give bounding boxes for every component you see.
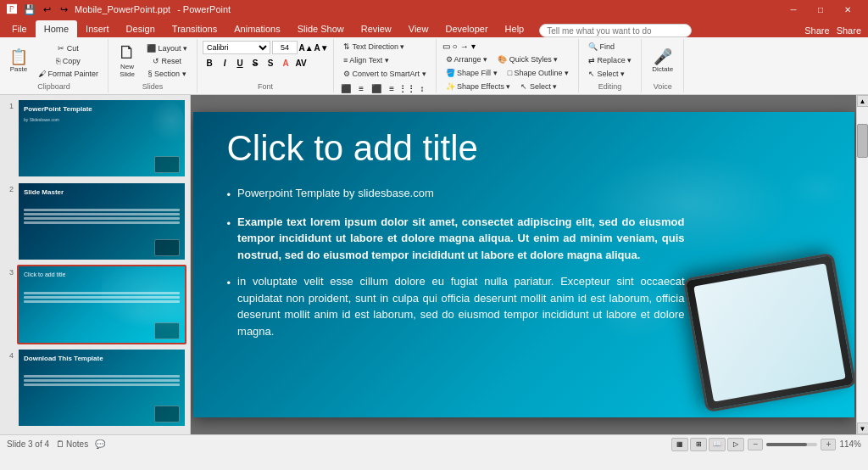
drawing-row3: 🪣 Shape Fill ▾ □ Shape Outline ▾ bbox=[442, 67, 574, 79]
shape-more[interactable]: ▾ bbox=[471, 42, 476, 51]
notes-icon: 🗒 bbox=[56, 439, 64, 449]
slides-label: Slides bbox=[142, 81, 164, 91]
shape-outline-button[interactable]: □ Shape Outline ▾ bbox=[504, 67, 573, 79]
character-spacing-button[interactable]: AV bbox=[294, 56, 308, 70]
zoom-slider[interactable] bbox=[766, 443, 817, 446]
underline-button[interactable]: U bbox=[233, 56, 247, 70]
scroll-down-arrow[interactable]: ▼ bbox=[857, 422, 869, 434]
slide-title[interactable]: Click to add title bbox=[227, 129, 685, 168]
section-button[interactable]: § Section ▾ bbox=[142, 68, 192, 80]
slide-img-3[interactable]: Click to add title bbox=[17, 265, 186, 344]
slide-content-3: Click to add title bbox=[19, 266, 185, 343]
quick-styles-button[interactable]: 🎨 Quick Styles ▾ bbox=[493, 53, 562, 65]
tab-help[interactable]: Help bbox=[497, 20, 533, 37]
slide-img-4[interactable]: Download This Template bbox=[17, 348, 186, 428]
zoom-level[interactable]: 114% bbox=[839, 439, 861, 449]
presentation-view-button[interactable]: ▷ bbox=[727, 438, 744, 451]
clipboard-label: Clipboard bbox=[37, 81, 70, 91]
convert-smartart-button[interactable]: ⚙ Convert to SmartArt ▾ bbox=[339, 68, 431, 80]
maximize-button[interactable]: □ bbox=[807, 0, 834, 19]
editing-select-button[interactable]: ↖ Select ▾ bbox=[584, 68, 629, 80]
scroll-track[interactable] bbox=[857, 107, 868, 422]
ribbon-tabs: File Home Insert Design Transitions Anim… bbox=[0, 19, 868, 37]
paste-button[interactable]: 📋 Paste bbox=[5, 47, 32, 76]
slide-img-2[interactable]: Slide Master bbox=[17, 182, 186, 261]
columns-button[interactable]: ⋮⋮ bbox=[400, 81, 414, 95]
voice-controls: 🎤 Dictate bbox=[648, 41, 677, 81]
bullet-text-3: in voluptate velit esse cillum dolore eu… bbox=[237, 273, 684, 339]
zoom-in-button[interactable]: + bbox=[821, 439, 836, 450]
window-title: Mobile_PowerPoint.ppt bbox=[75, 4, 170, 14]
normal-view-button[interactable]: ▦ bbox=[671, 438, 688, 451]
slide-content-area[interactable]: Click to add title • Powerpoint Template… bbox=[227, 129, 685, 400]
tab-review[interactable]: Review bbox=[353, 20, 400, 37]
right-scrollbar: ▲ ▼ bbox=[856, 95, 868, 434]
undo-button[interactable]: ↩ bbox=[39, 2, 54, 17]
tab-design[interactable]: Design bbox=[118, 20, 164, 37]
share-label[interactable]: Share bbox=[837, 25, 861, 36]
thumb-subtitle-1: by Slidesbase.com bbox=[24, 117, 59, 122]
italic-button[interactable]: I bbox=[218, 56, 231, 70]
slide-thumb-3[interactable]: 3 Click to add title bbox=[3, 265, 186, 344]
align-left-button[interactable]: ⬛ bbox=[339, 81, 353, 95]
tab-transitions[interactable]: Transitions bbox=[164, 20, 225, 37]
replace-button[interactable]: ⇄ Replace ▾ bbox=[584, 54, 636, 66]
slide-thumb-4[interactable]: 4 Download This Template bbox=[3, 348, 186, 428]
tab-file[interactable]: File bbox=[3, 20, 36, 37]
bold-button[interactable]: B bbox=[203, 56, 216, 70]
shadow-button[interactable]: S bbox=[264, 56, 277, 70]
scroll-up-arrow[interactable]: ▲ bbox=[857, 95, 869, 107]
font-name-select[interactable]: Calibri bbox=[203, 41, 270, 54]
align-center-button[interactable]: ≡ bbox=[354, 81, 368, 95]
font-size-input[interactable] bbox=[272, 41, 298, 54]
align-text-button[interactable]: ≡ Align Text ▾ bbox=[339, 54, 393, 66]
comments-icon[interactable]: 💬 bbox=[95, 439, 105, 449]
justify-button[interactable]: ≡ bbox=[385, 81, 398, 95]
tab-slideshow[interactable]: Slide Show bbox=[289, 20, 353, 37]
cut-button[interactable]: ✂ Cut bbox=[34, 42, 103, 54]
format-painter-button[interactable]: 🖌 Format Painter bbox=[34, 68, 103, 80]
view-buttons: ▦ ⊞ 📖 ▷ bbox=[671, 438, 744, 451]
close-button[interactable]: ✕ bbox=[834, 0, 861, 19]
bullet-2: • Example text lorem ipsum dolor sit ame… bbox=[227, 214, 685, 264]
shape-effects-button[interactable]: ✨ Shape Effects ▾ bbox=[442, 81, 515, 92]
tab-developer[interactable]: Developer bbox=[437, 20, 496, 37]
paragraph-align-row: ⬛ ≡ ⬛ ≡ ⋮⋮ ↕ bbox=[339, 81, 429, 95]
reading-view-button[interactable]: 📖 bbox=[709, 438, 726, 451]
zoom-out-button[interactable]: − bbox=[748, 439, 763, 450]
layout-button[interactable]: ⬛ Layout ▾ bbox=[142, 42, 192, 54]
arrange-button[interactable]: ⚙ Arrange ▾ bbox=[442, 53, 492, 65]
slide-canvas[interactable]: Click to add title • Powerpoint Template… bbox=[193, 112, 854, 417]
tab-insert[interactable]: Insert bbox=[77, 20, 118, 37]
redo-button[interactable]: ↪ bbox=[56, 2, 71, 17]
share-button[interactable]: Share bbox=[798, 24, 836, 37]
select-button[interactable]: ↖ Select ▾ bbox=[516, 81, 561, 92]
slide-img-1[interactable]: PowerPoint Template by Slidesbase.com bbox=[17, 98, 186, 178]
find-button[interactable]: 🔍 Find bbox=[584, 41, 619, 53]
new-slide-button[interactable]: 🗋 NewSlide bbox=[114, 41, 141, 81]
app-name: - PowerPoint bbox=[177, 4, 231, 14]
font-color-button[interactable]: A bbox=[279, 56, 292, 70]
tab-animations[interactable]: Animations bbox=[225, 20, 288, 37]
tab-home[interactable]: Home bbox=[36, 20, 77, 37]
line-spacing-button[interactable]: ↕ bbox=[415, 81, 429, 95]
save-button[interactable]: 💾 bbox=[22, 2, 37, 17]
dictate-button[interactable]: 🎤 Dictate bbox=[648, 47, 677, 76]
tab-view[interactable]: View bbox=[400, 20, 437, 37]
slide-thumb-2[interactable]: 2 Slide Master bbox=[3, 182, 186, 261]
font-size-decrease-button[interactable]: A▼ bbox=[314, 41, 328, 54]
slide-thumb-1[interactable]: 1 PowerPoint Template by Slidesbase.com bbox=[3, 98, 186, 178]
font-size-increase-button[interactable]: A▲ bbox=[299, 41, 313, 54]
scroll-thumb[interactable] bbox=[857, 124, 868, 158]
align-right-button[interactable]: ⬛ bbox=[370, 81, 383, 95]
shape-fill-button[interactable]: 🪣 Shape Fill ▾ bbox=[442, 67, 502, 79]
ribbon-group-font: Calibri A▲ A▼ B I U S S A AV Font bbox=[198, 39, 334, 92]
app-icon: 🅿 bbox=[7, 3, 17, 15]
minimize-button[interactable]: ─ bbox=[780, 0, 807, 19]
strikethrough-button[interactable]: S bbox=[248, 56, 262, 70]
reset-button[interactable]: ↺ Reset bbox=[142, 55, 192, 67]
slidesorter-view-button[interactable]: ⊞ bbox=[690, 438, 707, 451]
text-direction-button[interactable]: ⇅ Text Direction ▾ bbox=[339, 41, 409, 53]
tell-me-input[interactable] bbox=[539, 24, 692, 37]
copy-button[interactable]: ⎘ Copy bbox=[34, 55, 103, 67]
